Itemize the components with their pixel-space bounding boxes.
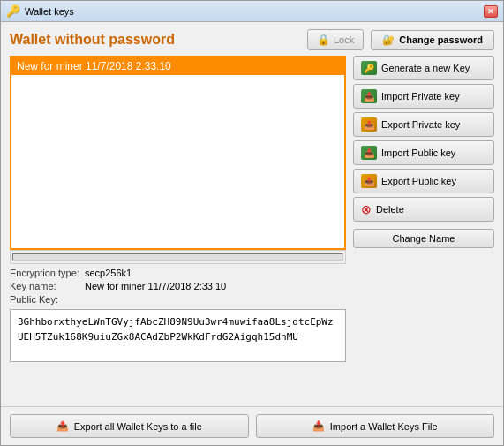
export-private-label: Export Private key xyxy=(381,119,460,130)
key-name-label: Key name: xyxy=(10,281,80,291)
top-row: Wallet without password 🔒 Lock 🔐 Change … xyxy=(10,29,494,50)
content-area: Wallet without password 🔒 Lock 🔐 Change … xyxy=(1,22,503,406)
encryption-value: secp256k1 xyxy=(85,268,132,278)
scrollbar-track xyxy=(12,253,343,261)
encryption-row: Encryption type: secp256k1 xyxy=(10,268,346,278)
import-private-icon: 📥 xyxy=(361,89,377,103)
delete-icon: ⊗ xyxy=(361,202,372,216)
main-area: New for miner 11/7/2018 2:33:10 Encrypti… xyxy=(10,56,494,399)
left-panel: New for miner 11/7/2018 2:33:10 Encrypti… xyxy=(10,56,346,399)
import-wallet-label: Import a Wallet Keys File xyxy=(330,421,438,432)
change-password-button[interactable]: 🔐 Change password xyxy=(371,30,494,50)
change-password-label: Change password xyxy=(399,34,483,45)
public-key-label: Public Key: xyxy=(10,294,80,305)
title-bar: 🔑 Wallet keys ✕ xyxy=(1,1,503,22)
export-wallet-icon: 📤 xyxy=(56,420,69,432)
change-name-label: Change Name xyxy=(393,233,455,244)
list-item[interactable]: New for miner 11/7/2018 2:33:10 xyxy=(11,57,344,75)
import-public-key-button[interactable]: 📥 Import Public key xyxy=(353,140,494,165)
export-public-key-button[interactable]: 📤 Export Public key xyxy=(353,169,494,193)
bottom-bar: 📤 Export all Wallet Keys to a file 📥 Imp… xyxy=(1,406,503,445)
delete-button[interactable]: ⊗ Delete xyxy=(353,197,494,222)
wallet-keys-window: 🔑 Wallet keys ✕ Wallet without password … xyxy=(0,0,504,446)
export-private-key-button[interactable]: 📤 Export Private key xyxy=(353,112,494,137)
import-public-icon: 📥 xyxy=(361,146,377,160)
info-section: Encryption type: secp256k1 Key name: New… xyxy=(10,268,346,362)
change-password-icon: 🔐 xyxy=(382,34,395,46)
title-bar-left: 🔑 Wallet keys xyxy=(6,4,74,18)
generate-key-button[interactable]: 🔑 Generate a new Key xyxy=(353,56,494,80)
key-list[interactable]: New for miner 11/7/2018 2:33:10 xyxy=(10,56,346,250)
lock-button[interactable]: 🔒 Lock xyxy=(307,29,364,50)
import-wallet-icon: 📥 xyxy=(312,420,325,432)
export-public-label: Export Public key xyxy=(381,176,456,186)
generate-key-label: Generate a new Key xyxy=(381,63,470,73)
horizontal-scrollbar[interactable] xyxy=(10,250,346,264)
public-key-box: 3GhhborxthyeLWnTGVyjfAbcZH89N9Uu3wr4muwi… xyxy=(10,309,346,362)
lock-label: Lock xyxy=(334,34,354,45)
key-name-value: New for miner 11/7/2018 2:33:10 xyxy=(85,281,226,291)
lock-icon: 🔒 xyxy=(317,34,330,46)
generate-key-icon: 🔑 xyxy=(361,61,377,75)
change-name-button[interactable]: Change Name xyxy=(353,229,494,248)
import-wallet-button[interactable]: 📥 Import a Wallet Keys File xyxy=(256,414,495,438)
delete-label: Delete xyxy=(376,204,404,215)
right-panel: 🔑 Generate a new Key 📥 Import Private ke… xyxy=(353,56,494,399)
window-title: Wallet keys xyxy=(25,6,74,17)
close-button[interactable]: ✕ xyxy=(484,5,498,18)
key-name-row: Key name: New for miner 11/7/2018 2:33:1… xyxy=(10,281,346,291)
public-key-value: 3GhhborxthyeLWnTGVyjfAbcZH89N9Uu3wr4muwi… xyxy=(18,316,334,343)
export-wallet-label: Export all Wallet Keys to a file xyxy=(74,421,202,432)
import-public-label: Import Public key xyxy=(381,147,455,158)
export-private-icon: 📤 xyxy=(361,117,377,132)
export-wallet-button[interactable]: 📤 Export all Wallet Keys to a file xyxy=(10,414,249,438)
public-key-row: Public Key: xyxy=(10,294,346,305)
wallet-title: Wallet without password xyxy=(10,32,300,48)
encryption-label: Encryption type: xyxy=(10,268,80,278)
import-private-label: Import Private key xyxy=(381,91,460,102)
export-public-icon: 📤 xyxy=(361,174,377,188)
import-private-key-button[interactable]: 📥 Import Private key xyxy=(353,84,494,109)
wallet-title-icon: 🔑 xyxy=(6,4,20,18)
